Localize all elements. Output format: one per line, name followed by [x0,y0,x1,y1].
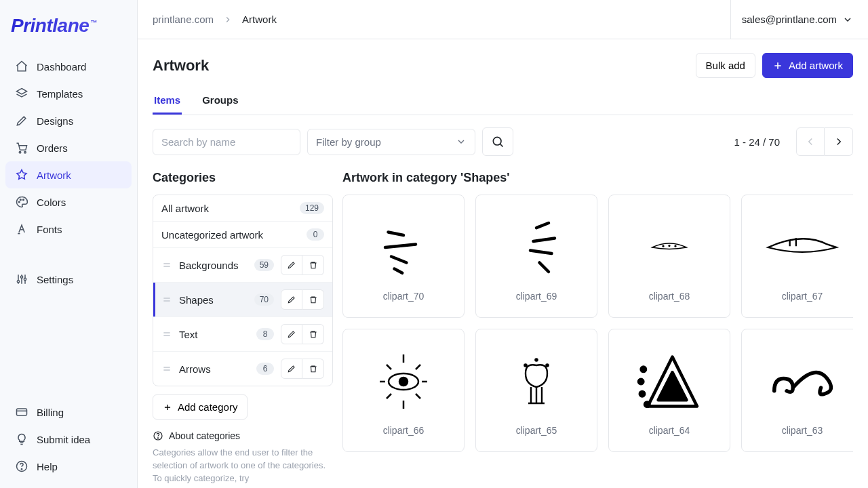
font-icon [15,222,28,236]
next-page-button[interactable] [825,127,853,156]
breadcrumb-root[interactable]: printlane.com [153,14,214,25]
nav-orders[interactable]: Orders [5,134,132,161]
prev-page-button[interactable] [796,127,825,156]
artwork-card[interactable]: clipart_63 [741,329,853,452]
nav-billing[interactable]: Billing [5,399,132,426]
topbar: printlane.com Artwork sales@printlane.co… [138,0,868,39]
edit-category-button[interactable] [281,255,302,275]
edit-category-button[interactable] [281,324,302,344]
plus-icon [772,60,783,71]
drag-handle-icon[interactable] [161,363,172,374]
svg-rect-8 [17,409,27,415]
bulk-add-button[interactable]: Bulk add [696,53,755,78]
about-body: Categories allow the end user to filter … [153,447,333,485]
button-label: Add artwork [789,60,843,71]
category-all[interactable]: All artwork 129 [153,195,332,222]
edit-category-button[interactable] [281,289,302,310]
star-icon [15,168,28,182]
category-label: Uncategorized artwork [161,229,300,241]
artwork-card[interactable]: clipart_65 [475,329,597,452]
help-icon [15,460,28,473]
artwork-card[interactable]: clipart_68 [608,195,730,318]
svg-point-14 [663,245,664,247]
category-arrows[interactable]: Arrows 6 [153,352,332,386]
delete-category-button[interactable] [302,289,324,310]
svg-point-11 [493,137,501,145]
nav-submit-idea[interactable]: Submit idea [5,426,132,453]
logo[interactable]: Printlane ™ [5,12,132,47]
page-actions: Bulk add Add artwork [696,53,853,78]
category-count: 59 [254,259,274,271]
trash-icon [309,260,318,270]
tab-items[interactable]: Items [153,87,182,115]
add-artwork-button[interactable]: Add artwork [762,53,853,78]
columns: Categories All artwork 129 Uncategorized… [153,171,853,488]
nav-dashboard[interactable]: Dashboard [5,53,132,80]
svg-point-13 [157,438,158,439]
svg-point-0 [19,151,21,153]
user-menu[interactable]: sales@printlane.com [730,0,853,39]
category-text[interactable]: Text 8 [153,317,332,352]
category-label: All artwork [161,203,293,214]
artwork-caption: clipart_64 [649,425,690,436]
artwork-thumbnail [373,211,434,284]
artwork-card[interactable]: clipart_70 [342,195,465,318]
svg-point-25 [645,402,649,406]
artwork-card[interactable]: clipart_67 [741,195,853,318]
sliders-icon [15,272,28,286]
artwork-grid: clipart_70 clipart_69 clipart_68 [342,195,853,452]
search-input[interactable] [153,129,300,155]
pencil-icon [287,364,296,373]
add-category-button[interactable]: Add category [153,394,248,420]
artwork-thumbnail [370,345,437,418]
delete-category-button[interactable] [302,255,324,275]
nav-colors[interactable]: Colors [5,188,132,216]
svg-point-5 [17,281,19,283]
edit-category-button[interactable] [281,359,302,379]
breadcrumb: printlane.com Artwork [153,14,277,25]
delete-category-button[interactable] [302,324,324,344]
svg-point-24 [640,392,644,396]
nav-templates[interactable]: Templates [5,80,132,107]
nav-help[interactable]: Help [5,453,132,480]
drag-handle-icon[interactable] [161,294,172,305]
delete-category-button[interactable] [302,359,324,379]
artwork-caption: clipart_70 [383,291,425,302]
category-actions [281,255,324,275]
category-uncategorized[interactable]: Uncategorized artwork 0 [153,222,332,248]
main: printlane.com Artwork sales@printlane.co… [138,0,868,488]
categories-column: Categories All artwork 129 Uncategorized… [153,171,333,488]
nav-fonts[interactable]: Fonts [5,216,132,243]
button-label: Bulk add [706,60,745,71]
nav-settings[interactable]: Settings [5,266,132,293]
category-count: 0 [307,228,324,241]
svg-point-22 [642,367,646,371]
svg-point-15 [669,245,670,247]
group-filter-select[interactable]: Filter by group [307,129,475,155]
breadcrumb-current: Artwork [242,14,277,25]
category-shapes[interactable]: Shapes 70 [153,283,332,317]
nav-artwork[interactable]: Artwork [5,161,132,188]
category-count: 70 [254,293,274,306]
tab-groups[interactable]: Groups [201,87,239,115]
bulb-icon [15,432,28,446]
svg-point-4 [23,199,24,201]
artwork-card[interactable]: clipart_66 [342,329,465,452]
category-count: 6 [256,363,274,375]
svg-point-23 [639,380,643,384]
nav-label: Submit idea [37,434,90,445]
artwork-thumbnail [632,345,707,418]
artwork-caption: clipart_66 [383,425,425,436]
trash-icon [309,364,318,373]
drag-handle-icon[interactable] [161,260,172,270]
category-label: Shapes [179,294,248,306]
category-backgrounds[interactable]: Backgrounds 59 [153,248,332,283]
nav-designs[interactable]: Designs [5,107,132,134]
drag-handle-icon[interactable] [161,329,172,340]
artwork-card[interactable]: clipart_69 [475,195,597,318]
artwork-card[interactable]: clipart_64 [608,329,730,452]
pencil-icon [287,329,296,339]
card-icon [15,405,28,419]
search-button[interactable] [482,127,513,156]
nav-label: Fonts [37,224,62,235]
